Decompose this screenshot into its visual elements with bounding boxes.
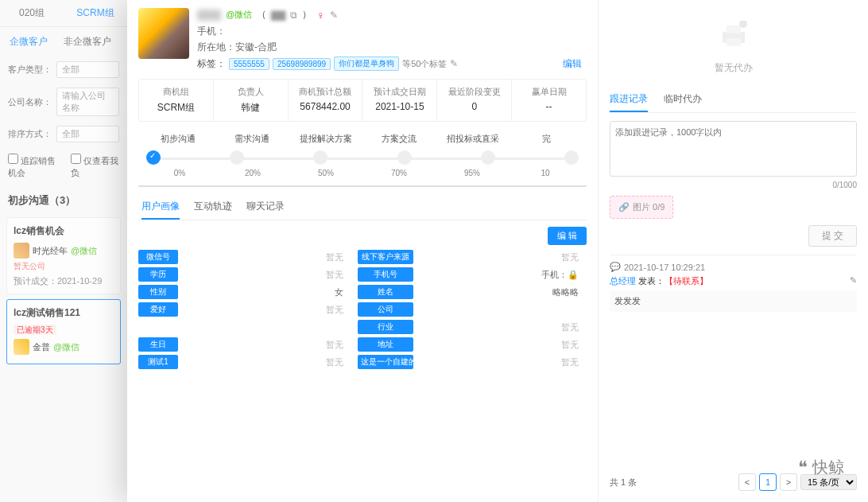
group-tab-020[interactable]: 020组: [0, 0, 64, 26]
pager-next[interactable]: >: [780, 473, 797, 491]
tag-3[interactable]: 你们都是单身狗: [334, 56, 399, 71]
char-count: 0/1000: [610, 181, 857, 189]
profile-remark-redacted: ▇▇: [271, 10, 285, 21]
rtab-follow[interactable]: 跟进记录: [610, 88, 648, 112]
filter-type-select[interactable]: 全部: [56, 61, 119, 78]
detail-overlay: @微信 （▇▇ ⧉） ♀ ✎ 手机： 所在地：安徽-合肥 标签： 5555555…: [127, 0, 868, 502]
stage-dot-5[interactable]: [481, 150, 495, 165]
edit-log-icon[interactable]: ✎: [850, 275, 857, 286]
avatar: [14, 339, 29, 355]
svg-rect-2: [727, 38, 741, 46]
wechat-icon: ❝: [798, 457, 808, 478]
stage-dot-4[interactable]: [397, 150, 412, 165]
wechat-tag: @微信: [226, 9, 252, 21]
gender-female-icon: ♀: [316, 9, 325, 21]
profile-header: @微信 （▇▇ ⧉） ♀ ✎ 手机： 所在地：安徽-合肥 标签： 5555555…: [138, 8, 587, 71]
filter-sort-label: 排序方式：: [8, 128, 52, 140]
svg-rect-1: [727, 25, 741, 33]
printer-icon: [610, 21, 857, 56]
pager-total: 共 1 条: [610, 477, 637, 488]
profile-avatar: [138, 8, 189, 59]
chk-track[interactable]: 追踪销售机会: [8, 154, 64, 179]
submit-button[interactable]: 提 交: [808, 225, 857, 247]
link-icon: 🔗: [618, 202, 630, 212]
filter-company-input[interactable]: 请输入公司名称: [56, 88, 119, 116]
rtab-todo[interactable]: 临时代办: [664, 88, 702, 112]
filter-company-label: 公司名称：: [8, 96, 52, 108]
stats-row: 商机组SCRM组 负责人韩健 商机预计总额5678442.00 预计成交日期20…: [138, 79, 587, 122]
group-tab-scrm[interactable]: SCRM组: [64, 0, 127, 26]
copy-icon[interactable]: ⧉: [290, 10, 297, 21]
stage-dot-2[interactable]: [230, 150, 244, 165]
followup-log-item: 💬2021-10-17 10:29:21 总经理 发表：【待联系】 ✎ 发发发: [610, 255, 857, 318]
filter-type-label: 客户类型：: [8, 64, 52, 76]
todo-empty-state: 暂无代办: [610, 11, 857, 88]
subtab-nonwecom[interactable]: 非企微客户: [64, 35, 111, 49]
watermark: ❝ 快鲸: [798, 457, 844, 478]
filter-sort-select[interactable]: 全部: [56, 126, 119, 142]
tab-user-profile[interactable]: 用户画像: [141, 195, 180, 220]
field-grid: 微信号暂无线下客户来源暂无 学历暂无手机号手机：🔒 性别女姓名略略略 爱好暂无公…: [138, 250, 587, 369]
stage-dot-6[interactable]: [564, 150, 579, 165]
tags-more: 等50个标签: [402, 58, 447, 70]
tag-2[interactable]: 25698989899: [273, 58, 331, 70]
stage-dot-3[interactable]: [313, 150, 327, 165]
stage-progress: 初步沟通需求沟通提报解决方案方案交流招投标或直采完 0%20%50%70%95%…: [138, 133, 587, 177]
followup-textarea[interactable]: [610, 121, 857, 177]
opportunity-card-1[interactable]: lcz销售机会 时光经年@微信 暂无公司 预计成交：2021-10-29: [6, 217, 121, 294]
stage-section-header: 初步沟通（3）: [0, 185, 127, 212]
edit-tags-icon[interactable]: ✎: [450, 58, 458, 69]
stage-dot-1[interactable]: [146, 150, 161, 165]
tab-chat-log[interactable]: 聊天记录: [246, 195, 285, 220]
tags-label: 标签：: [197, 57, 226, 71]
subtab-wecom[interactable]: 企微客户: [10, 35, 48, 49]
opportunity-card-2[interactable]: lcz测试销售121 已逾期3天 金普@微信: [6, 299, 121, 364]
profile-name-redacted: [197, 10, 221, 21]
image-upload[interactable]: 🔗图片 0/9: [610, 196, 673, 219]
profile-edit-link[interactable]: 编辑: [563, 57, 582, 71]
comment-icon: 💬: [610, 262, 621, 272]
chk-mine[interactable]: 仅查看我负: [71, 154, 119, 179]
tag-1[interactable]: 5555555: [229, 58, 269, 70]
edit-fields-button[interactable]: 编 辑: [548, 227, 587, 245]
edit-name-icon[interactable]: ✎: [330, 10, 338, 21]
pager-prev[interactable]: <: [738, 473, 756, 491]
avatar: [14, 243, 29, 259]
left-panel: 020组 SCRM组 企微客户 非企微客户 客户类型：全部 公司名称：请输入公司…: [0, 0, 127, 502]
tab-interaction[interactable]: 互动轨迹: [194, 195, 232, 220]
pager-page-1[interactable]: 1: [759, 473, 777, 491]
lock-icon: 🔒: [568, 270, 579, 279]
